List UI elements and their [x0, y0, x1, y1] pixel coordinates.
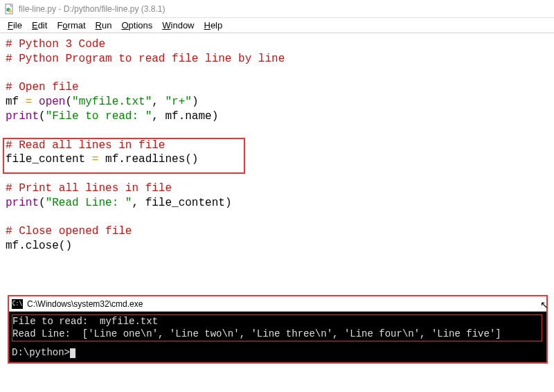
code-sep: , [152, 96, 165, 108]
code-comment: # Close opened file [6, 225, 132, 238]
code-paren: ) [192, 96, 199, 108]
terminal-output[interactable]: File to read: myfile.txt Read Line: ['Li… [9, 312, 546, 362]
code-ident: , mf.name) [152, 110, 218, 123]
python-file-icon [4, 3, 15, 15]
menu-options[interactable]: Options [116, 19, 157, 32]
menu-edit[interactable]: Edit [27, 19, 52, 32]
code-op: = [26, 96, 33, 108]
code-paren: ( [39, 110, 46, 123]
terminal-highlight-annotation: File to read: myfile.txt Read Line: ['Li… [12, 314, 542, 341]
cmd-icon: C:\ [12, 299, 23, 309]
menu-run[interactable]: Run [91, 19, 117, 32]
menu-window[interactable]: Window [157, 19, 199, 32]
editor-container: # Python 3 Code # Python Program to read… [0, 33, 554, 258]
code-comment: # Open file [6, 81, 79, 93]
menu-file[interactable]: File [3, 19, 27, 32]
code-string: "r+" [165, 96, 191, 108]
title-bar: file-line.py - D:/python/file-line.py (3… [0, 0, 554, 18]
code-comment: # Python Program to read file line by li… [6, 53, 285, 65]
code-string: "File to read: " [46, 110, 152, 123]
code-ident: , file_content) [132, 197, 231, 209]
window-title: file-line.py - D:/python/file-line.py (3… [19, 4, 165, 14]
menu-help[interactable]: Help [199, 19, 228, 32]
code-comment: # Python 3 Code [6, 38, 105, 51]
terminal-line: File to read: myfile.txt [12, 316, 158, 327]
menu-bar: File Edit Format Run Options Window Help [0, 18, 554, 33]
code-comment: # Read all lines in file [6, 139, 165, 152]
code-ident: mf.close() [6, 240, 72, 252]
terminal-title-text: C:\Windows\system32\cmd.exe [27, 299, 143, 309]
terminal-line: Read Line: ['Line one\n', 'Line two\n', … [12, 328, 501, 339]
code-builtin: print [6, 197, 39, 209]
terminal-window: C:\ C:\Windows\system32\cmd.exe File to … [8, 295, 548, 364]
code-builtin: open [32, 96, 65, 108]
code-string: "Read Line: " [46, 197, 132, 209]
code-comment: # Print all lines in file [6, 182, 172, 195]
svg-point-2 [9, 10, 12, 12]
code-paren: ( [39, 197, 46, 209]
code-string: "myfile.txt" [72, 96, 152, 108]
code-editor[interactable]: # Python 3 Code # Python Program to read… [0, 33, 554, 258]
code-op: = [92, 153, 99, 166]
code-ident: file_content [6, 153, 92, 166]
code-ident: mf.readlines() [98, 153, 198, 166]
terminal-prompt: D:\python> [12, 347, 70, 358]
terminal-cursor [70, 348, 75, 358]
code-paren: ( [65, 96, 72, 108]
code-builtin: print [6, 110, 39, 123]
terminal-title-bar: C:\ C:\Windows\system32\cmd.exe [9, 296, 546, 312]
code-ident: mf [6, 96, 26, 108]
menu-format[interactable]: Format [52, 19, 90, 32]
